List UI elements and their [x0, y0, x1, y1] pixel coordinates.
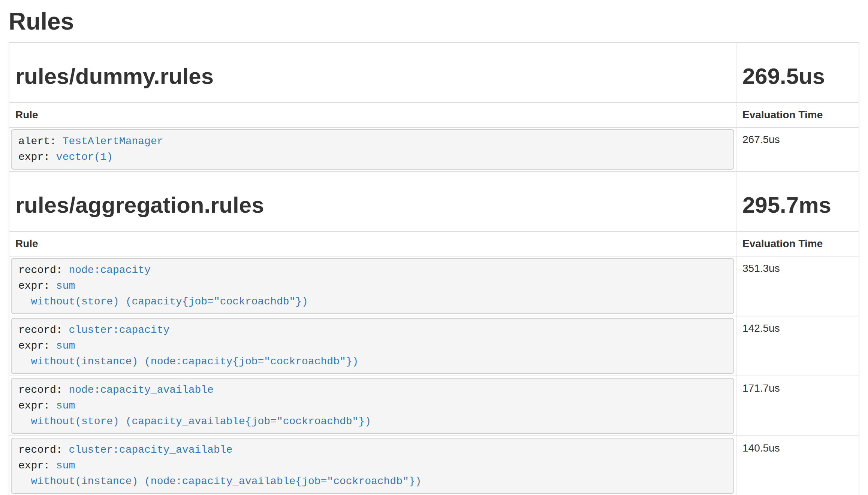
- rule-link[interactable]: sum without(instance) (node:capacity{job…: [18, 340, 358, 367]
- group-time-cell: 269.5us: [736, 43, 859, 103]
- group-file: rules/aggregation.rules: [15, 193, 730, 218]
- rule-evaluation-time-cell: 171.7us: [736, 376, 859, 436]
- column-header-rule: Rule: [15, 238, 38, 249]
- rule-evaluation-time-cell: 140.5us: [736, 436, 859, 495]
- rule-keyword: expr:: [18, 340, 50, 352]
- rule-evaluation-time: 142.5us: [742, 322, 780, 334]
- rule-row: record: cluster:capacity_available expr:…: [9, 436, 859, 495]
- column-header-evaluation-time-cell: Evaluation Time: [736, 231, 859, 256]
- rules-table-body: rules/dummy.rules 269.5us Rule Evaluatio…: [9, 43, 859, 495]
- rule-keyword: record:: [18, 384, 63, 396]
- rule-source: record: cluster:capacity_available expr:…: [11, 438, 734, 494]
- column-header-evaluation-time: Evaluation Time: [742, 109, 823, 121]
- rule-row: alert: TestAlertManager expr: vector(1) …: [9, 127, 859, 171]
- rule-evaluation-time: 171.7us: [742, 382, 780, 394]
- column-header-rule-cell: Rule: [9, 103, 736, 127]
- rule-keyword: expr:: [18, 460, 50, 471]
- rule-keyword: record:: [18, 264, 63, 276]
- group-evaluation-time: 269.5us: [742, 64, 853, 89]
- group-evaluation-time: 295.7ms: [742, 193, 853, 218]
- rule-source: record: node:capacity expr: sum without(…: [11, 258, 734, 314]
- rule-row: record: node:capacity_available expr: su…: [9, 376, 859, 436]
- rule-row: record: node:capacity expr: sum without(…: [9, 256, 859, 316]
- rule-link[interactable]: TestAlertManager: [63, 136, 163, 147]
- rule-link[interactable]: node:capacity_available: [69, 384, 213, 396]
- rule-cell: record: node:capacity expr: sum without(…: [9, 256, 736, 316]
- rule-link[interactable]: cluster:capacity_available: [69, 444, 232, 456]
- rule-link[interactable]: sum without(store) (capacity_available{j…: [18, 400, 371, 427]
- rule-keyword: expr:: [18, 400, 50, 412]
- group-file-cell: rules/aggregation.rules: [9, 171, 736, 231]
- rule-keyword: alert:: [18, 136, 56, 147]
- rule-cell: record: node:capacity_available expr: su…: [9, 376, 736, 436]
- rule-evaluation-time: 140.5us: [742, 442, 780, 454]
- rule-keyword: record:: [18, 324, 63, 336]
- column-header-row: Rule Evaluation Time: [9, 231, 859, 256]
- rule-evaluation-time: 267.5us: [742, 134, 780, 145]
- column-header-row: Rule Evaluation Time: [9, 103, 859, 127]
- rule-keyword: expr:: [18, 151, 50, 163]
- rule-cell: record: cluster:capacity expr: sum witho…: [9, 316, 736, 376]
- rule-evaluation-time: 351.3us: [742, 262, 780, 274]
- rule-evaluation-time-cell: 351.3us: [736, 256, 859, 316]
- column-header-evaluation-time: Evaluation Time: [742, 238, 823, 249]
- rule-source: alert: TestAlertManager expr: vector(1): [11, 129, 734, 170]
- rule-keyword: expr:: [18, 280, 50, 292]
- page-title: Rules: [9, 8, 859, 34]
- rule-link[interactable]: cluster:capacity: [69, 324, 169, 336]
- rule-source: record: node:capacity_available expr: su…: [11, 378, 734, 434]
- group-header-row: rules/aggregation.rules 295.7ms: [9, 171, 859, 231]
- rule-link[interactable]: node:capacity: [69, 264, 150, 276]
- column-header-rule-cell: Rule: [9, 231, 736, 256]
- rule-link[interactable]: vector(1): [56, 151, 113, 163]
- group-time-cell: 295.7ms: [736, 171, 859, 231]
- rules-table: rules/dummy.rules 269.5us Rule Evaluatio…: [9, 42, 859, 495]
- rule-cell: record: cluster:capacity_available expr:…: [9, 436, 736, 495]
- column-header-evaluation-time-cell: Evaluation Time: [736, 103, 859, 127]
- rule-evaluation-time-cell: 267.5us: [736, 127, 859, 171]
- rule-cell: alert: TestAlertManager expr: vector(1): [9, 127, 736, 171]
- group-file-cell: rules/dummy.rules: [9, 43, 736, 103]
- group-header-row: rules/dummy.rules 269.5us: [9, 43, 859, 103]
- rule-row: record: cluster:capacity expr: sum witho…: [9, 316, 859, 376]
- column-header-rule: Rule: [15, 109, 38, 121]
- group-file: rules/dummy.rules: [15, 64, 730, 89]
- rule-link[interactable]: sum without(store) (capacity{job="cockro…: [18, 280, 308, 307]
- rule-keyword: record:: [18, 444, 63, 456]
- rule-evaluation-time-cell: 142.5us: [736, 316, 859, 376]
- rule-source: record: cluster:capacity expr: sum witho…: [11, 318, 734, 374]
- rule-link[interactable]: sum without(instance) (node:capacity_ava…: [18, 460, 421, 487]
